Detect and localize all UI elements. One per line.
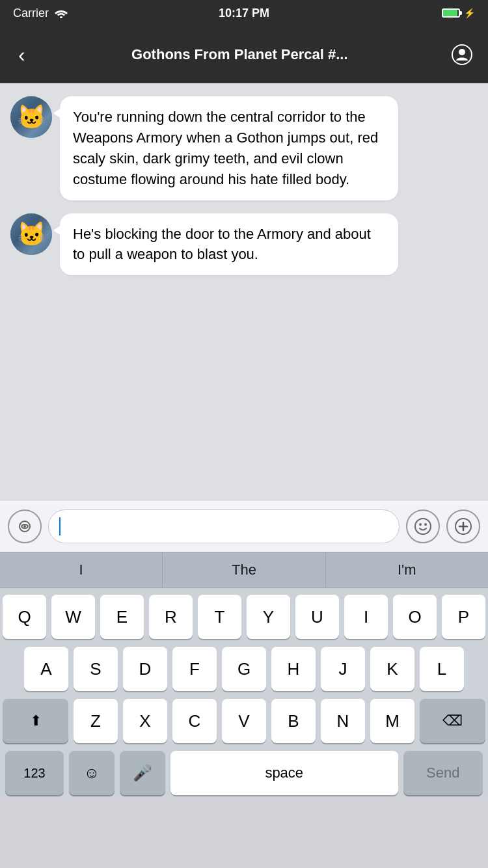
key-b[interactable]: B <box>271 699 316 743</box>
key-x[interactable]: X <box>123 699 167 743</box>
key-r[interactable]: R <box>149 595 193 639</box>
key-e[interactable]: E <box>100 595 144 639</box>
avatar <box>10 96 52 138</box>
nav-bar: ‹ Gothons From Planet Percal #... <box>0 26 488 83</box>
svg-point-0 <box>60 16 62 18</box>
profile-button[interactable] <box>449 42 475 68</box>
key-h[interactable]: H <box>271 647 316 691</box>
space-key[interactable]: space <box>170 751 398 795</box>
svg-point-5 <box>419 523 422 526</box>
chat-area: You're running down the central corridor… <box>0 83 488 500</box>
numbers-key[interactable]: 123 <box>5 751 64 795</box>
wifi-icon <box>54 8 68 18</box>
status-time: 10:17 PM <box>219 7 269 20</box>
keyboard: Q W E R T Y U I O P A S D F G H J K L ⬆ … <box>0 588 488 795</box>
battery-fill <box>443 10 457 16</box>
backspace-key[interactable]: ⌫ <box>420 699 485 743</box>
key-j[interactable]: J <box>321 647 365 691</box>
send-key[interactable]: Send <box>403 751 483 795</box>
key-f[interactable]: F <box>172 647 217 691</box>
key-z[interactable]: Z <box>74 699 118 743</box>
key-s[interactable]: S <box>74 647 118 691</box>
text-cursor <box>59 517 61 536</box>
key-c[interactable]: C <box>172 699 217 743</box>
add-button[interactable] <box>446 509 480 543</box>
avatar <box>10 213 52 255</box>
key-y[interactable]: Y <box>247 595 290 639</box>
key-k[interactable]: K <box>370 647 414 691</box>
voice-button[interactable] <box>8 509 42 543</box>
key-i[interactable]: I <box>344 595 388 639</box>
mic-key[interactable]: 🎤 <box>120 751 165 795</box>
keyboard-row-1: Q W E R T Y U I O P <box>3 595 485 639</box>
key-m[interactable]: M <box>370 699 414 743</box>
shift-key[interactable]: ⬆ <box>3 699 68 743</box>
svg-point-3 <box>23 525 26 528</box>
person-svg <box>455 47 469 62</box>
keyboard-bottom-row: 123 ☺ 🎤 space Send <box>3 751 485 795</box>
key-o[interactable]: O <box>393 595 437 639</box>
status-bar: Carrier 10:17 PM ⚡ <box>0 0 488 26</box>
status-left: Carrier <box>13 7 68 20</box>
status-right: ⚡ <box>442 8 475 18</box>
message-row: You're running down the central corridor… <box>0 96 488 200</box>
emoji-icon <box>414 517 432 536</box>
key-l[interactable]: L <box>420 647 464 691</box>
carrier-label: Carrier <box>13 7 49 20</box>
battery-icon <box>442 8 460 18</box>
autocomplete-item-the[interactable]: The <box>163 552 325 588</box>
autocomplete-item-i[interactable]: I <box>0 552 163 588</box>
message-input[interactable] <box>48 509 400 543</box>
key-n[interactable]: N <box>321 699 365 743</box>
bolt-icon: ⚡ <box>464 8 475 18</box>
key-a[interactable]: A <box>24 647 68 691</box>
back-button[interactable]: ‹ <box>13 39 31 70</box>
emoji-keyboard-key[interactable]: ☺ <box>69 751 115 795</box>
autocomplete-bar: I The I'm <box>0 552 488 588</box>
voice-icon <box>16 518 33 535</box>
key-d[interactable]: D <box>123 647 167 691</box>
message-bubble: He's blocking the door to the Armory and… <box>60 213 398 276</box>
svg-point-4 <box>415 519 431 534</box>
key-v[interactable]: V <box>222 699 266 743</box>
nav-title: Gothons From Planet Percal #... <box>31 46 449 63</box>
key-w[interactable]: W <box>51 595 95 639</box>
message-bubble: You're running down the central corridor… <box>60 96 398 200</box>
person-icon <box>452 44 472 65</box>
emoji-button[interactable] <box>406 509 440 543</box>
key-u[interactable]: U <box>295 595 339 639</box>
add-icon <box>454 517 472 536</box>
message-text: He's blocking the door to the Armory and… <box>73 226 371 263</box>
key-q[interactable]: Q <box>3 595 46 639</box>
cat-avatar <box>10 96 52 138</box>
key-t[interactable]: T <box>198 595 241 639</box>
input-bar <box>0 500 488 552</box>
svg-point-6 <box>424 523 427 526</box>
keyboard-row-3: ⬆ Z X C V B N M ⌫ <box>3 699 485 743</box>
autocomplete-item-im[interactable]: I'm <box>326 552 488 588</box>
key-g[interactable]: G <box>222 647 266 691</box>
key-p[interactable]: P <box>442 595 485 639</box>
message-text: You're running down the central corridor… <box>73 109 378 187</box>
cat-avatar <box>10 213 52 255</box>
keyboard-row-2: A S D F G H J K L <box>3 647 485 691</box>
svg-point-1 <box>459 49 465 55</box>
message-row: He's blocking the door to the Armory and… <box>0 213 488 276</box>
